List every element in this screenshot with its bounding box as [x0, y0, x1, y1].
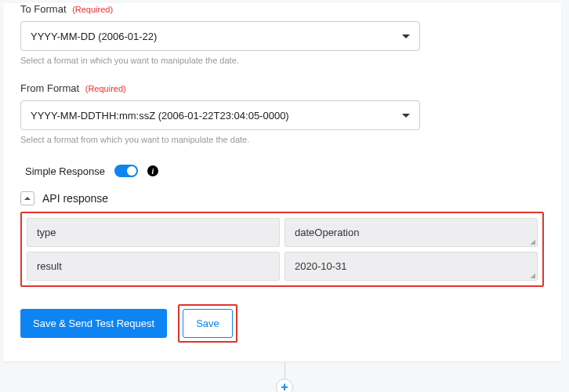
toggle-knob [127, 166, 136, 176]
response-key[interactable]: type [27, 218, 280, 247]
add-node-button[interactable]: + [276, 379, 293, 392]
simple-response-label: Simple Response [25, 165, 105, 177]
to-format-select[interactable]: YYYY-MM-DD (2006-01-22) [20, 21, 420, 51]
api-response-header: API response [20, 191, 544, 205]
flow-connector: + [0, 361, 569, 392]
chevron-up-icon [24, 197, 31, 200]
table-row: type dateOperation [27, 218, 538, 247]
save-send-test-button[interactable]: Save & Send Test Request [20, 309, 167, 338]
response-key[interactable]: result [27, 252, 280, 281]
to-format-value: YYYY-MM-DD (2006-01-22) [31, 31, 157, 42]
response-value[interactable]: 2020-10-31 [284, 252, 538, 281]
required-badge: (Required) [85, 84, 126, 93]
from-format-label: From Format (Required) [20, 82, 544, 94]
chevron-down-icon [402, 34, 410, 38]
response-value[interactable]: dateOperation [284, 218, 538, 247]
form-card: To Format (Required) YYYY-MM-DD (2006-01… [3, 3, 561, 361]
button-row: Save & Send Test Request Save [20, 304, 544, 343]
api-response-title: API response [42, 192, 108, 205]
to-format-label: To Format (Required) [20, 3, 544, 15]
save-button[interactable]: Save [183, 309, 233, 338]
label-text: From Format [20, 82, 79, 94]
api-response-frame: type dateOperation result 2020-10-31 [20, 212, 544, 287]
label-text: To Format [20, 3, 67, 15]
from-format-value: YYYY-MM-DDTHH:mm:ssZ (2006-01-22T23:04:0… [31, 110, 289, 122]
from-format-select[interactable]: YYYY-MM-DDTHH:mm:ssZ (2006-01-22T23:04:0… [20, 100, 420, 130]
from-format-hint: Select a format from which you want to m… [20, 135, 544, 144]
save-highlight-box: Save [178, 304, 237, 343]
to-format-hint: Select a format in which you want to man… [20, 56, 544, 65]
simple-response-toggle[interactable] [114, 165, 138, 177]
from-format-field: From Format (Required) YYYY-MM-DDTHH:mm:… [20, 82, 544, 144]
collapse-button[interactable] [20, 191, 34, 205]
to-format-field: To Format (Required) YYYY-MM-DD (2006-01… [20, 3, 544, 65]
simple-response-row: Simple Response i [20, 165, 544, 177]
info-icon[interactable]: i [147, 165, 158, 176]
table-row: result 2020-10-31 [27, 252, 538, 281]
required-badge: (Required) [72, 5, 113, 14]
chevron-down-icon [402, 114, 410, 118]
